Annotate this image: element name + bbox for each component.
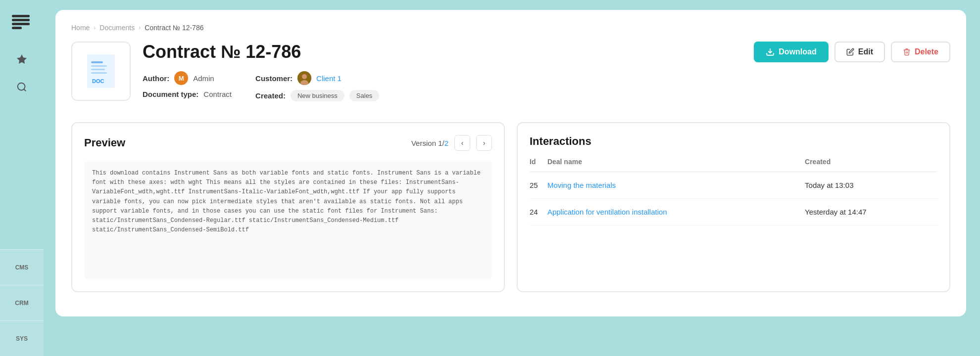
svg-text:DOC: DOC xyxy=(92,78,104,84)
interactions-title: Interactions xyxy=(530,135,591,148)
col-created: Created xyxy=(805,158,937,172)
cms-tab[interactable]: CMS xyxy=(0,249,44,285)
breadcrumb: Home › Documents › Contract № 12-786 xyxy=(71,24,950,32)
main-content: Home › Documents › Contract № 12-786 DOC xyxy=(44,0,980,356)
table-row: 25 Moving the materials Today at 13:03 xyxy=(530,172,937,199)
logo xyxy=(10,10,34,34)
bottom-panels: Preview Version 1/2 ‹ › This download co… xyxy=(71,122,950,292)
interaction-id: 24 xyxy=(530,199,547,225)
col-deal-name: Deal name xyxy=(547,158,805,172)
preview-content: This download contains Instrument Sans a… xyxy=(84,161,492,279)
created-label: Created: xyxy=(255,91,286,100)
edit-button[interactable]: Edit xyxy=(834,42,885,62)
tag-sales[interactable]: Sales xyxy=(349,90,380,101)
doctype-label: Document type: xyxy=(143,90,198,98)
author-name[interactable]: Admin xyxy=(193,74,214,83)
preview-title: Preview xyxy=(84,136,125,149)
search-icon[interactable] xyxy=(10,75,34,99)
customer-name[interactable]: Client 1 xyxy=(316,74,342,83)
customer-avatar xyxy=(297,71,311,85)
breadcrumb-current: Contract № 12-786 xyxy=(145,24,203,32)
crm-tab[interactable]: CRM xyxy=(0,285,44,320)
table-row: 24 Application for ventilation installat… xyxy=(530,199,937,225)
interaction-id: 25 xyxy=(530,172,547,199)
prev-version-button[interactable]: ‹ xyxy=(454,135,470,151)
page-title: Contract № 12-786 xyxy=(143,42,742,62)
doctype-value: Contract xyxy=(203,90,232,98)
breadcrumb-sep-1: › xyxy=(94,24,96,31)
interactions-table: Id Deal name Created 25 Moving the mater… xyxy=(530,158,937,225)
interactions-panel: Interactions Id Deal name Created 25 Mov… xyxy=(517,122,950,292)
doc-meta: Author: M Admin Document type: Contract xyxy=(143,71,742,106)
breadcrumb-documents[interactable]: Documents xyxy=(99,24,135,32)
svg-rect-9 xyxy=(91,69,105,70)
star-icon[interactable] xyxy=(10,47,34,71)
action-buttons: Download Edit Delete xyxy=(754,42,950,62)
svg-rect-8 xyxy=(91,65,107,67)
breadcrumb-home[interactable]: Home xyxy=(71,24,90,32)
sidebar-tabs: CMS CRM SYS xyxy=(0,249,44,356)
customer-label: Customer: xyxy=(255,74,293,83)
svg-point-4 xyxy=(18,83,25,90)
sys-tab[interactable]: SYS xyxy=(0,320,44,356)
svg-rect-10 xyxy=(91,72,107,74)
created-row: Created: New business Sales xyxy=(255,90,379,101)
author-avatar: M xyxy=(174,71,188,85)
page-card: Home › Documents › Contract № 12-786 DOC xyxy=(55,10,966,316)
header-row: DOC Contract № 12-786 Author: M Admin xyxy=(71,42,950,106)
delete-button[interactable]: Delete xyxy=(891,42,950,62)
interaction-deal-name[interactable]: Application for ventilation installation xyxy=(547,199,805,225)
svg-point-13 xyxy=(302,74,307,79)
svg-rect-3 xyxy=(12,27,22,29)
col-id: Id xyxy=(530,158,547,172)
version-info: Version 1/2 ‹ › xyxy=(411,135,492,151)
interaction-date: Today at 13:03 xyxy=(805,172,937,199)
breadcrumb-sep-2: › xyxy=(139,24,141,31)
interactions-panel-header: Interactions xyxy=(530,135,937,148)
svg-rect-0 xyxy=(12,15,30,17)
interaction-deal-name[interactable]: Moving the materials xyxy=(547,172,805,199)
doctype-row: Document type: Contract xyxy=(143,90,232,98)
doc-icon-box: DOC xyxy=(71,42,131,101)
tag-new-business[interactable]: New business xyxy=(291,90,344,101)
author-label: Author: xyxy=(143,74,169,83)
svg-line-5 xyxy=(24,89,26,91)
sidebar: CMS CRM SYS xyxy=(0,0,44,356)
next-version-button[interactable]: › xyxy=(476,135,492,151)
doc-details: Contract № 12-786 Author: M Admin Docume… xyxy=(143,42,742,106)
preview-panel: Preview Version 1/2 ‹ › This download co… xyxy=(71,122,505,292)
preview-panel-header: Preview Version 1/2 ‹ › xyxy=(84,135,492,151)
interaction-date: Yesterday at 14:47 xyxy=(805,199,937,225)
author-row: Author: M Admin xyxy=(143,71,232,85)
version-text: Version 1/2 xyxy=(411,139,448,147)
download-button[interactable]: Download xyxy=(754,42,828,62)
svg-rect-7 xyxy=(91,61,103,63)
svg-rect-2 xyxy=(12,23,30,25)
customer-row: Customer: Client 1 xyxy=(255,71,379,85)
svg-rect-1 xyxy=(12,19,30,21)
